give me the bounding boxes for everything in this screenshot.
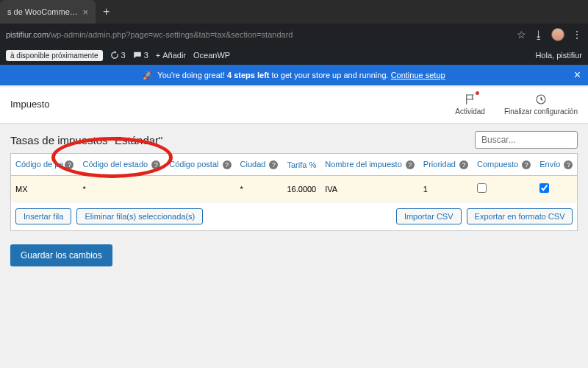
page-header: Impuesto Actividad Finalizar configuraci… (0, 85, 588, 124)
flag-icon (464, 93, 477, 106)
col-priority[interactable]: Prioridad ? (419, 154, 473, 176)
col-rate[interactable]: Tarifa % (282, 154, 320, 176)
theme-link[interactable]: OceanWP (193, 51, 230, 60)
setup-banner: 🚀 You're doing great! 4 steps left to ge… (0, 65, 588, 85)
profile-avatar-icon[interactable] (551, 28, 564, 41)
help-icon[interactable]: ? (65, 160, 74, 169)
url-host: pistifiur.com (6, 30, 49, 39)
col-name[interactable]: Nombre del impuesto ? (320, 154, 419, 176)
menu-icon[interactable]: ⋮ (572, 29, 582, 40)
greeting-link[interactable]: Hola, pistifiur (535, 51, 582, 60)
wp-admin-bar: à disponible próximamente 3 3 + Añadir O… (0, 46, 588, 65)
coming-soon-badge[interactable]: à disponible próximamente (6, 50, 103, 61)
page-title: Impuesto (10, 99, 49, 110)
section-title: Tasas de impuestos "Estándar" (10, 134, 162, 146)
col-city[interactable]: Ciudad ? (236, 154, 283, 176)
bookmark-icon[interactable]: ☆ (517, 29, 526, 40)
rocket-icon: 🚀 (143, 71, 153, 80)
col-compound[interactable]: Compuesto ? (473, 154, 535, 176)
add-label: Añadir (162, 51, 186, 60)
url-field[interactable]: pistifiur.com/wp-admin/admin.php?page=wc… (6, 30, 511, 39)
help-icon[interactable]: ? (151, 160, 160, 169)
delete-rows-button[interactable]: Eliminar fila(s) seleccionada(s) (76, 208, 203, 224)
browser-tab[interactable]: s de WooCommerce ‹ × (0, 0, 96, 24)
cell-shipping (535, 176, 578, 202)
help-icon[interactable]: ? (522, 160, 531, 169)
insert-row-button[interactable]: Insertar fila (15, 208, 71, 224)
tax-rates-table: Código de pa? Código del estado ? Código… (10, 153, 578, 231)
comment-icon (133, 51, 142, 60)
setup-text-b: 4 steps left (227, 71, 269, 79)
cell-country[interactable]: MX (11, 176, 79, 202)
cell-city[interactable]: * (236, 176, 283, 202)
col-shipping[interactable]: Envío ? (535, 154, 578, 176)
export-csv-button[interactable]: Exportar en formato CSV (467, 208, 573, 224)
setup-text-c: to get your store up and running. (272, 71, 389, 79)
updates-count: 3 (121, 51, 126, 60)
url-path: /wp-admin/admin.php?page=wc-settings&tab… (49, 30, 293, 39)
finalize-label: Finalizar configuración (504, 107, 578, 116)
help-icon[interactable]: ? (459, 160, 468, 169)
finalize-button[interactable]: Finalizar configuración (504, 93, 578, 116)
table-row[interactable]: MX * * 16.0000 IVA 1 (11, 176, 578, 202)
comments-link[interactable]: 3 (133, 51, 148, 60)
cell-name[interactable]: IVA (320, 176, 419, 202)
help-icon[interactable]: ? (223, 160, 232, 169)
cell-postal[interactable] (165, 176, 235, 202)
help-icon[interactable]: ? (406, 160, 415, 169)
shipping-checkbox[interactable] (539, 183, 549, 193)
download-icon[interactable]: ⭳ (534, 29, 544, 40)
help-icon[interactable]: ? (564, 160, 573, 169)
cell-state[interactable]: * (78, 176, 165, 202)
browser-tab-title: s de WooCommerce ‹ (7, 7, 78, 16)
cell-priority[interactable]: 1 (419, 176, 473, 202)
greeting-text: Hola, pistifiur (535, 51, 582, 60)
new-tab-button[interactable]: + (96, 5, 117, 18)
browser-tab-strip: s de WooCommerce ‹ × + (0, 0, 588, 24)
import-csv-button[interactable]: Importar CSV (396, 208, 462, 224)
updates-link[interactable]: 3 (110, 51, 126, 60)
close-icon[interactable]: × (82, 7, 88, 18)
setup-text-a: You're doing great! (157, 71, 225, 79)
clock-icon (534, 93, 548, 106)
col-postal[interactable]: Código postal ? (165, 154, 235, 176)
col-country[interactable]: Código de pa? (11, 154, 79, 176)
refresh-icon (110, 51, 119, 60)
activity-button[interactable]: Actividad (455, 93, 485, 116)
close-banner-button[interactable]: × (574, 68, 581, 82)
plus-icon: + (156, 51, 160, 60)
save-changes-button[interactable]: Guardar los cambios (10, 244, 112, 266)
col-state[interactable]: Código del estado ? (78, 154, 165, 176)
comments-count: 3 (144, 51, 148, 60)
search-input[interactable] (475, 131, 578, 149)
help-icon[interactable]: ? (269, 160, 278, 169)
address-bar: pistifiur.com/wp-admin/admin.php?page=wc… (0, 24, 588, 46)
cell-rate[interactable]: 16.0000 (282, 176, 320, 202)
cell-compound (473, 176, 535, 202)
activity-label: Actividad (455, 107, 485, 116)
add-new-link[interactable]: + Añadir (156, 51, 186, 60)
compound-checkbox[interactable] (477, 183, 487, 193)
continue-setup-link[interactable]: Continue setup (391, 71, 445, 79)
